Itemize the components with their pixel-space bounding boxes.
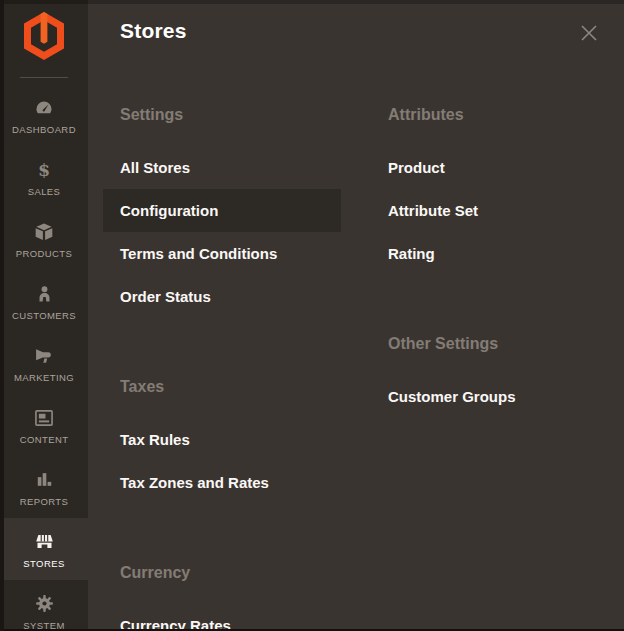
flyout-columns: SettingsAll StoresConfigurationTerms and…	[103, 106, 609, 631]
menu-section-taxes: TaxesTax RulesTax Zones and Rates	[103, 378, 341, 504]
section-heading: Settings	[103, 106, 341, 124]
section-heading: Other Settings	[371, 335, 609, 353]
logo-block[interactable]	[0, 0, 88, 80]
stores-flyout-panel: Stores SettingsAll StoresConfigurationTe…	[88, 0, 624, 631]
marketing-megaphone-icon	[33, 344, 55, 368]
menu-item-currency-rates[interactable]: Currency Rates	[103, 604, 341, 631]
menu-section-settings: SettingsAll StoresConfigurationTerms and…	[103, 106, 341, 318]
menu-item-order-status[interactable]: Order Status	[103, 275, 341, 318]
menu-section-currency: CurrencyCurrency Rates	[103, 564, 341, 631]
close-button[interactable]	[578, 22, 600, 44]
sidebar-item-system[interactable]: SYSTEM	[0, 580, 88, 631]
menu-section-other-settings: Other SettingsCustomer Groups	[371, 335, 609, 418]
magento-admin-window: Stores SettingsAll StoresConfigurationTe…	[0, 0, 624, 631]
sidebar-item-content[interactable]: CONTENT	[0, 394, 88, 456]
menu-section-attributes: AttributesProductAttribute SetRating	[371, 106, 609, 275]
sidebar-item-marketing[interactable]: MARKETING	[0, 332, 88, 394]
customers-person-icon	[35, 282, 54, 306]
sidebar-item-label: SALES	[28, 186, 61, 197]
sidebar-item-dashboard[interactable]: DASHBOARD	[0, 84, 88, 146]
sidebar-divider	[20, 77, 68, 78]
admin-sidebar: DASHBOARD$SALESPRODUCTSCUSTOMERSMARKETIN…	[0, 0, 88, 631]
section-heading: Taxes	[103, 378, 341, 396]
menu-item-tax-zones-and-rates[interactable]: Tax Zones and Rates	[103, 461, 341, 504]
left-edge-shadow	[0, 0, 4, 631]
menu-item-terms-and-conditions[interactable]: Terms and Conditions	[103, 232, 341, 275]
sidebar-item-stores[interactable]: STORES	[0, 518, 88, 580]
flyout-column-right: AttributesProductAttribute SetRatingOthe…	[371, 106, 609, 631]
flyout-column-left: SettingsAll StoresConfigurationTerms and…	[103, 106, 341, 631]
sales-dollar-icon: $	[34, 158, 54, 182]
menu-item-all-stores[interactable]: All Stores	[103, 146, 341, 189]
content-layout-icon	[33, 406, 55, 430]
menu-item-customer-groups[interactable]: Customer Groups	[371, 375, 609, 418]
svg-text:$: $	[38, 159, 50, 179]
sidebar-nav: DASHBOARD$SALESPRODUCTSCUSTOMERSMARKETIN…	[0, 84, 88, 631]
sidebar-item-reports[interactable]: REPORTS	[0, 456, 88, 518]
section-heading: Attributes	[371, 106, 609, 124]
sidebar-item-label: PRODUCTS	[16, 248, 73, 259]
flyout-title: Stores	[120, 19, 187, 43]
system-gear-icon	[34, 592, 55, 616]
sidebar-item-label: DASHBOARD	[12, 124, 76, 135]
menu-item-rating[interactable]: Rating	[371, 232, 609, 275]
sidebar-item-products[interactable]: PRODUCTS	[0, 208, 88, 270]
sidebar-item-label: CUSTOMERS	[12, 310, 76, 321]
menu-item-tax-rules[interactable]: Tax Rules	[103, 418, 341, 461]
stores-storefront-icon	[33, 530, 56, 554]
menu-item-product[interactable]: Product	[371, 146, 609, 189]
dashboard-gauge-icon	[33, 96, 55, 120]
sidebar-item-label: MARKETING	[14, 372, 74, 383]
menu-item-attribute-set[interactable]: Attribute Set	[371, 189, 609, 232]
section-heading: Currency	[103, 564, 341, 582]
sidebar-item-label: REPORTS	[20, 496, 69, 507]
reports-barchart-icon	[35, 468, 54, 492]
top-edge-shadow	[0, 0, 624, 4]
sidebar-item-label: STORES	[23, 558, 64, 569]
close-x-icon	[578, 30, 600, 47]
sidebar-item-sales[interactable]: $SALES	[0, 146, 88, 208]
magento-logo	[22, 12, 66, 60]
products-box-icon	[33, 220, 55, 244]
sidebar-item-customers[interactable]: CUSTOMERS	[0, 270, 88, 332]
menu-item-configuration[interactable]: Configuration	[103, 189, 341, 232]
sidebar-item-label: CONTENT	[20, 434, 69, 445]
